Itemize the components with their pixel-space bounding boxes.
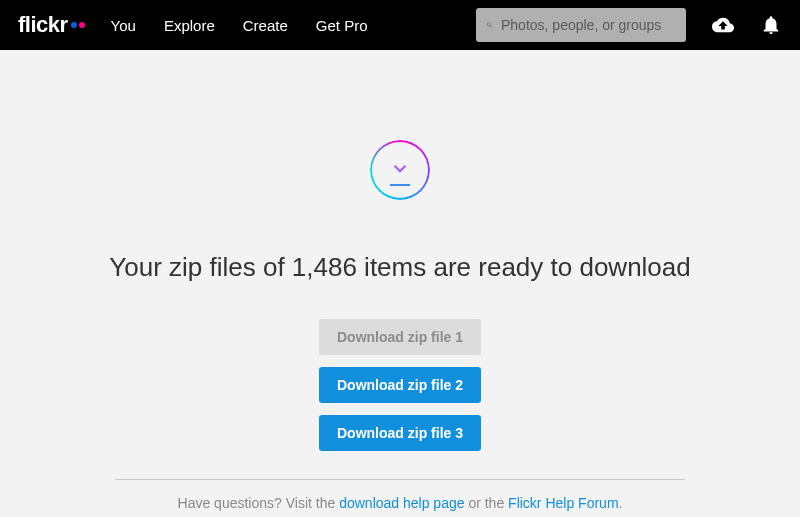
download-badge-icon: [370, 140, 430, 200]
top-navbar: flickr You Explore Create Get Pro: [0, 0, 800, 50]
search-icon: [486, 17, 493, 33]
headline-text: Your zip files of 1,486 items are ready …: [109, 252, 691, 283]
nav-explore[interactable]: Explore: [164, 17, 215, 34]
download-zip-1-button: Download zip file 1: [319, 319, 481, 355]
notifications-icon[interactable]: [760, 14, 782, 36]
help-suffix: .: [619, 495, 623, 511]
divider: [115, 479, 685, 480]
search-input[interactable]: [501, 17, 676, 33]
download-zip-3-button[interactable]: Download zip file 3: [319, 415, 481, 451]
nav-get-pro[interactable]: Get Pro: [316, 17, 368, 34]
download-help-link[interactable]: download help page: [339, 495, 464, 511]
help-middle: or the: [465, 495, 509, 511]
nav-you[interactable]: You: [111, 17, 136, 34]
main-content: Your zip files of 1,486 items are ready …: [0, 50, 800, 517]
nav-links: You Explore Create Get Pro: [111, 17, 368, 34]
download-underline-icon: [390, 184, 410, 187]
help-text: Have questions? Visit the download help …: [178, 492, 623, 517]
download-arrow-icon: [387, 155, 413, 185]
nav-create[interactable]: Create: [243, 17, 288, 34]
logo-dots: [71, 22, 85, 28]
flickr-logo[interactable]: flickr: [18, 12, 85, 38]
logo-text: flickr: [18, 12, 68, 38]
help-prefix: Have questions? Visit the: [178, 495, 340, 511]
search-box[interactable]: [476, 8, 686, 42]
upload-icon[interactable]: [712, 14, 734, 36]
download-zip-2-button[interactable]: Download zip file 2: [319, 367, 481, 403]
flickr-help-forum-link[interactable]: Flickr Help Forum: [508, 495, 618, 511]
